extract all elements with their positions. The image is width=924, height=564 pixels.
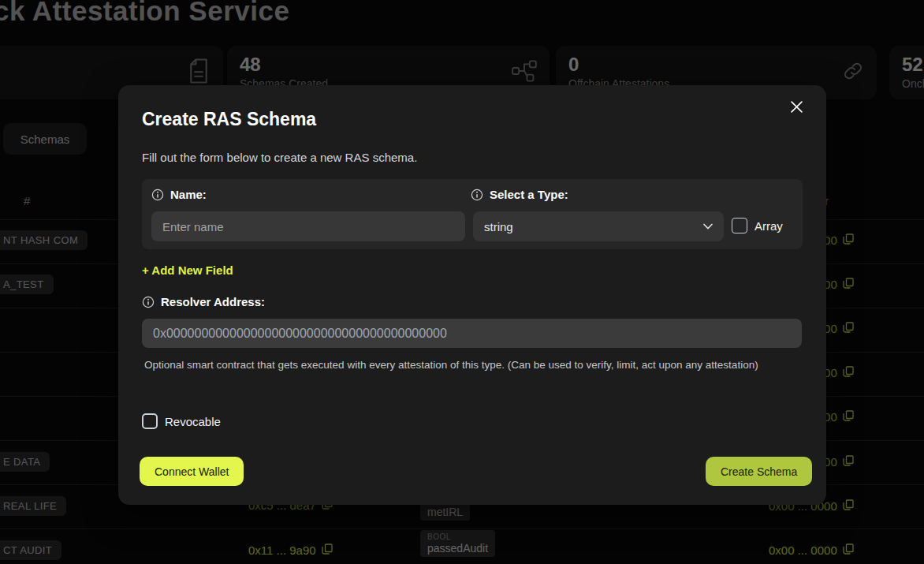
revocable-checkbox[interactable]	[142, 413, 158, 429]
type-label: Select a Type:	[471, 188, 568, 201]
add-new-field-link[interactable]: + Add New Field	[142, 263, 233, 277]
resolver-help-text: Optional smart contract that gets execut…	[144, 357, 775, 373]
resolver-label-text: Resolver Address:	[161, 295, 265, 308]
type-select-value: string	[484, 220, 513, 233]
info-icon	[151, 189, 164, 201]
info-icon	[142, 296, 155, 308]
create-schema-button[interactable]: Create Schema	[706, 457, 812, 486]
array-option: Array	[732, 218, 783, 233]
revocable-option: Revocable	[142, 413, 221, 429]
create-schema-modal: Create RAS Schema Fill out the form belo…	[118, 85, 826, 505]
type-label-text: Select a Type:	[490, 188, 568, 201]
chevron-down-icon	[703, 223, 713, 230]
resolver-address-input[interactable]	[142, 319, 802, 348]
field-row-panel: Name: Select a Type: string Array	[142, 179, 803, 249]
close-icon[interactable]	[784, 95, 808, 118]
array-label: Array	[754, 219, 783, 233]
modal-title: Create RAS Schema	[142, 109, 316, 130]
connect-wallet-button[interactable]: Connect Wallet	[140, 457, 244, 486]
info-icon	[471, 189, 483, 201]
array-checkbox[interactable]	[732, 218, 747, 233]
name-input[interactable]	[151, 211, 465, 241]
app-root: ck Attestation Service 48 Schemas Create…	[0, 0, 924, 564]
modal-subtitle: Fill out the form below to create a new …	[142, 151, 417, 164]
resolver-label: Resolver Address:	[142, 295, 265, 308]
type-select[interactable]: string	[473, 211, 724, 241]
revocable-label: Revocable	[165, 415, 221, 428]
name-label: Name:	[151, 188, 207, 201]
name-label-text: Name:	[170, 188, 207, 201]
